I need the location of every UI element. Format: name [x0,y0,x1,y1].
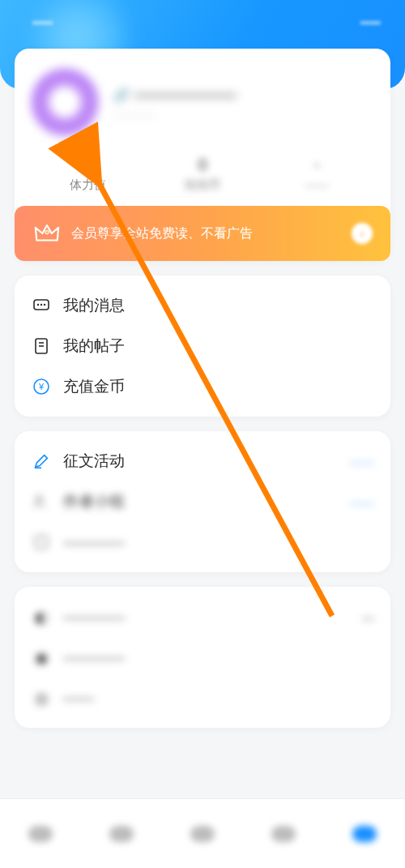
pencil-icon [31,451,52,472]
nav-write[interactable] [267,818,300,850]
crown-icon [32,219,62,248]
nav-me[interactable] [348,818,381,850]
svg-text:¥: ¥ [38,382,45,391]
menu-mode[interactable]: ◐ ———— — [31,603,374,631]
misc-icon [31,532,52,553]
stat-paopao[interactable]: 0 泡泡币 [145,156,259,193]
avatar[interactable] [31,68,99,136]
vip-text: 会员尊享全站免费读、不看广告 [71,225,342,242]
vip-banner[interactable]: 会员尊享全站免费读、不看广告 › [15,206,390,261]
vip-trailing-icon: › [352,223,373,244]
menu-my-posts[interactable]: 我的帖子 [31,332,374,360]
set-icon: ◎ [31,687,52,708]
menu-label: —— [63,689,94,707]
menu-author-misc[interactable]: ———— [31,528,374,556]
menu-label: 我的消息 [63,295,125,316]
mode-icon: ◐ [31,606,52,627]
menu-right-text: —— [350,455,374,468]
stat-label: 体力值 [31,177,145,193]
svg-point-0 [45,230,49,233]
menu-my-messages[interactable]: 我的消息 [31,292,374,319]
menu-net[interactable]: ◉ ———— [31,644,374,671]
post-icon [31,336,52,357]
stat-stamina[interactable]: 0 体力值 [31,156,145,193]
coin-icon: ¥ [31,376,52,397]
profile-header[interactable]: —————— ———— [31,68,374,136]
svg-rect-12 [36,537,48,549]
stat-value: 0 [145,156,259,174]
menu-label: 征文活动 [63,451,125,472]
svg-point-2 [37,304,39,306]
menu-label: 充值金币 [63,376,125,397]
menu-recharge-coins[interactable]: ¥ 充值金币 [31,373,374,400]
status-right: •••••• [360,18,381,29]
svg-point-3 [40,304,42,306]
menu-label: ———— [63,533,125,551]
username: —————— [113,84,237,104]
menu-label: ———— [63,648,125,666]
menu-author-group[interactable]: 作者小组 —— [31,488,374,515]
user-subline: ———— [113,109,237,121]
stat-value: - [260,156,374,174]
nav-center[interactable] [186,818,219,850]
svg-point-4 [44,304,45,306]
menu-group-settings: ◐ ———— — ◉ ———— ◎ —— [15,587,390,728]
author-icon [31,491,52,512]
menu-right-text: —— [350,495,374,509]
menu-label: 我的帖子 [63,336,125,357]
menu-group-author: 征文活动 —— 作者小组 —— ———— [15,431,390,572]
menu-label: ———— [63,608,125,626]
menu-essay-event[interactable]: 征文活动 —— [31,447,374,475]
bottom-nav [0,798,405,868]
net-icon: ◉ [31,647,52,668]
stat-other[interactable]: - —— [260,156,374,193]
menu-label: 作者小组 [63,491,125,512]
profile-card: —————— ———— 0 体力值 0 泡泡币 - —— 会员尊享全站免费读、不… [15,49,390,261]
menu-set[interactable]: ◎ —— [31,684,374,712]
nav-home[interactable] [24,818,57,850]
status-left: •••••• [32,18,53,29]
menu-right-text: — [362,610,374,624]
stat-label: —— [260,177,374,191]
message-icon [31,295,52,316]
stat-value: 0 [31,156,145,174]
stat-label: 泡泡币 [145,177,259,193]
svg-point-11 [36,496,41,501]
nav-shelf[interactable] [105,818,138,850]
stats-row: 0 体力值 0 泡泡币 - —— [31,156,374,196]
menu-group-account: 我的消息 我的帖子 ¥ 充值金币 [15,276,390,417]
